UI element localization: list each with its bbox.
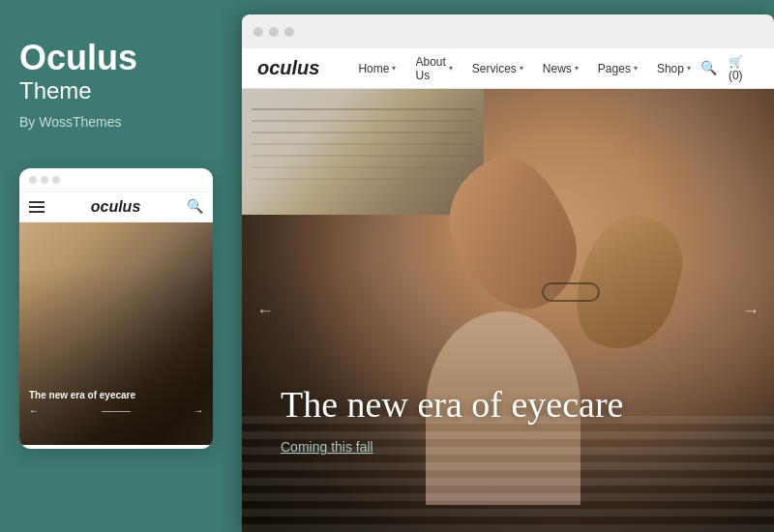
browser-nav-right: 🔍 🛒 (0) [700,55,759,82]
theme-name: Oculus [19,39,218,77]
browser-logo: oculus [257,57,319,79]
browser-dot-1 [253,27,263,37]
chevron-down-icon: ▾ [634,64,638,73]
mobile-arrow-line [102,411,131,412]
browser-chrome-bar [242,15,774,48]
browser-dot-2 [269,27,279,37]
chevron-down-icon: ▾ [575,64,579,73]
mobile-hamburger-icon[interactable] [29,201,45,213]
theme-subtitle: Theme [19,77,218,104]
hero-main-title: The new era of eyecare [281,383,735,428]
mobile-dot-2 [41,176,48,184]
mobile-logo: oculus [91,198,141,216]
mobile-hero: The new era of eyecare ← → [19,222,213,445]
browser-dot-3 [284,27,294,37]
mobile-preview-card: oculus 🔍 The new era of eyecare ← → [19,168,213,449]
chevron-down-icon: ▾ [392,64,396,73]
mobile-dots-bar [19,168,213,192]
nav-item-news[interactable]: News ▾ [533,55,588,82]
mobile-hero-text: The new era of eyecare ← → [29,389,203,416]
cart-icon-label[interactable]: 🛒 (0) [729,55,759,82]
mobile-search-icon[interactable]: 🔍 [187,198,203,215]
left-panel: Oculus Theme By WossThemes oculus 🔍 The … [0,0,237,532]
theme-author: By WossThemes [19,114,218,130]
mobile-dot-1 [29,176,37,184]
browser-nav-bar: oculus Home ▾ About Us ▾ Services ▾ News… [242,48,774,89]
browser-nav-links: Home ▾ About Us ▾ Services ▾ News ▾ Page… [348,55,700,82]
nav-item-about[interactable]: About Us ▾ [405,55,461,82]
mobile-hero-title: The new era of eyecare [29,389,203,401]
glasses-decoration [542,282,600,302]
hero-next-arrow[interactable]: → [742,301,759,321]
search-icon[interactable]: 🔍 [700,60,717,76]
hero-text-block: The new era of eyecare Coming this fall [281,383,735,455]
chevron-down-icon: ▾ [520,64,523,73]
mobile-dot-3 [52,176,60,184]
theme-title-block: Oculus Theme By WossThemes [19,39,218,159]
hero-prev-arrow[interactable]: ← [256,301,274,321]
mobile-arrow-left[interactable]: ← [29,405,39,416]
nav-item-shop[interactable]: Shop ▾ [647,55,700,82]
nav-item-pages[interactable]: Pages ▾ [588,55,647,82]
nav-item-services[interactable]: Services ▾ [462,55,533,82]
chevron-down-icon: ▾ [687,64,691,73]
hero-background: The new era of eyecare Coming this fall … [242,89,774,532]
browser-preview: oculus Home ▾ About Us ▾ Services ▾ News… [242,15,774,532]
mobile-arrow-right[interactable]: → [194,405,203,416]
mobile-nav-bar: oculus 🔍 [19,192,213,222]
browser-hero: The new era of eyecare Coming this fall … [242,89,774,532]
mobile-person-overlay [19,267,213,445]
nav-item-home[interactable]: Home ▾ [348,55,405,82]
hero-subtitle-link[interactable]: Coming this fall [281,439,735,455]
chevron-down-icon: ▾ [449,64,453,73]
mobile-hero-arrows: ← → [29,405,203,416]
